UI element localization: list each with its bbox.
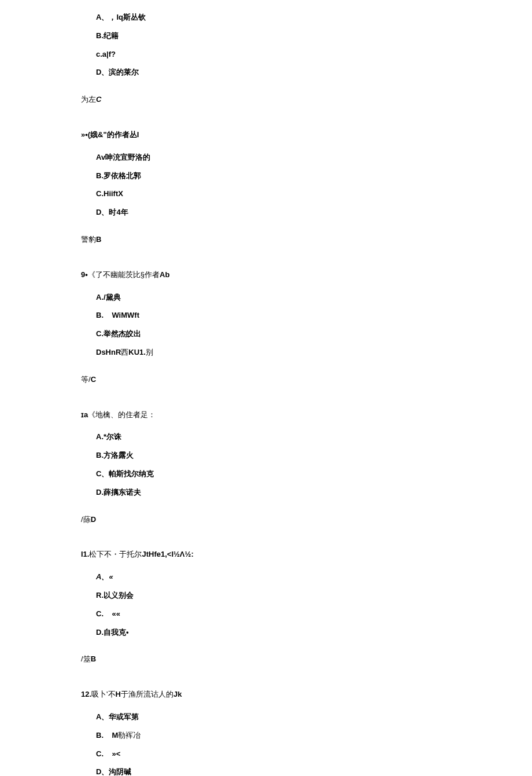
q9-option-b-text: WiMWft [112, 311, 139, 319]
q8-answer-letter: B [96, 235, 101, 244]
q8-option-b: B.罗依格北郭 [96, 170, 451, 182]
q9-option-a: A./黛典 [96, 292, 451, 304]
q12-stem-mid: H [116, 690, 121, 698]
q10-answer-letter: D [91, 515, 96, 524]
q12-option-b-mid: M [112, 731, 118, 740]
q12-option-c: C. »< [96, 748, 451, 760]
q12-option-b: B. M勒裈冶 [96, 730, 451, 742]
q12-stem-prefix: 12. [81, 690, 91, 698]
q10-stem-prefix: ɪa [81, 410, 88, 419]
q12-stem-text2: 于渔所流诂人的 [121, 690, 173, 698]
q12-option-a: A、华或军第 [96, 711, 451, 723]
q8-option-d: D、时4年 [96, 207, 451, 219]
q7-answer-prefix: 为左 [81, 95, 96, 104]
q9-option-d-suffix: KU1. [128, 348, 146, 356]
q10-option-a: A.*尔诛 [96, 431, 451, 443]
q9-answer-letter: C [91, 375, 96, 384]
q8-stem-text: »•(娥&"的作者丛I [81, 130, 139, 139]
q9-stem: 9•《了不幽能茨比§作者Ab [81, 269, 451, 281]
q9-option-d-mid: 西 [121, 348, 128, 356]
q12-option-c-text: »< [112, 749, 120, 758]
q9-stem-prefix: 9• [81, 270, 88, 279]
q11-answer-letter: B [91, 654, 96, 663]
q8-answer: 警豹B [81, 234, 451, 246]
q10-stem: ɪa《地檎、的住者足： [81, 409, 451, 421]
q9-stem-text: 《了不幽能茨比§作者 [88, 270, 160, 279]
q9-option-d-prefix: DsHnR [96, 348, 121, 356]
q8-option-a: Av呻㳘宜野洛的 [96, 152, 451, 164]
q10-option-d: D.薛摛东诺夫 [96, 487, 451, 499]
q11-answer: /筮B [81, 653, 451, 665]
q12-option-c-prefix: C. [96, 749, 104, 758]
q7-option-a: A、，Iq斯丛钦 [96, 12, 451, 24]
q11-option-c: C. «« [96, 608, 451, 620]
q11-option-d: D.自我克• [96, 627, 451, 639]
q12-stem-suffix: Jk [173, 690, 182, 698]
q8-stem: »•(娥&"的作者丛I [81, 129, 451, 141]
q11-answer-prefix: /筮 [81, 654, 91, 663]
q10-option-b: B.方洛露火 [96, 450, 451, 462]
q9-option-b: B. WiMWft [96, 310, 451, 322]
q11-option-c-text: «« [112, 609, 120, 618]
q11-stem: I1.松下不・于托尔JtHfe1,<I½Λ½: [81, 549, 451, 561]
q7-answer-letter: C [96, 95, 101, 104]
q7-option-d: D、滨的莱尔 [96, 67, 451, 79]
q8-answer-prefix: 警豹 [81, 235, 96, 244]
q12-option-b-prefix: B. [96, 731, 104, 740]
q9-answer-prefix: 等/ [81, 375, 91, 384]
q11-stem-prefix: I1. [81, 550, 89, 558]
q11-option-b: R.以义别会 [96, 590, 451, 602]
q7-option-c: c.a|f? [96, 49, 451, 61]
q9-answer: 等/C [81, 374, 451, 386]
q12-option-d: D、沟阴碱 [96, 766, 451, 776]
q11-option-a: A、« [96, 571, 451, 583]
q9-option-d: DsHnR西KU1.别 [96, 347, 451, 359]
q8-option-c: C.HiiftX [96, 188, 451, 200]
q9-option-b-prefix: B. [96, 311, 104, 319]
q7-answer: 为左C [81, 94, 451, 106]
q11-stem-text: 松下不・于托尔 [89, 550, 142, 558]
q12-option-b-text: 勒裈冶 [118, 731, 141, 740]
q7-option-b: B.纪籍 [96, 30, 451, 42]
q12-stem-text: 吸卜'不 [91, 690, 115, 698]
q11-option-c-prefix: C. [96, 609, 104, 618]
q10-answer-prefix: /蒢 [81, 515, 91, 524]
q12-stem: 12.吸卜'不H于渔所流诂人的Jk [81, 689, 451, 701]
q10-option-c: C、帕斯找尔纳克 [96, 468, 451, 480]
q10-answer: /蒢D [81, 514, 451, 526]
q9-stem-suffix: Ab [160, 270, 169, 279]
q11-stem-mid: JtHfe1,<I½Λ½: [142, 550, 193, 558]
q9-option-d-end: 别 [146, 348, 153, 356]
q10-stem-text: 《地檎、的住者足： [88, 410, 156, 419]
q9-option-c: C.举然杰皎出 [96, 328, 451, 340]
